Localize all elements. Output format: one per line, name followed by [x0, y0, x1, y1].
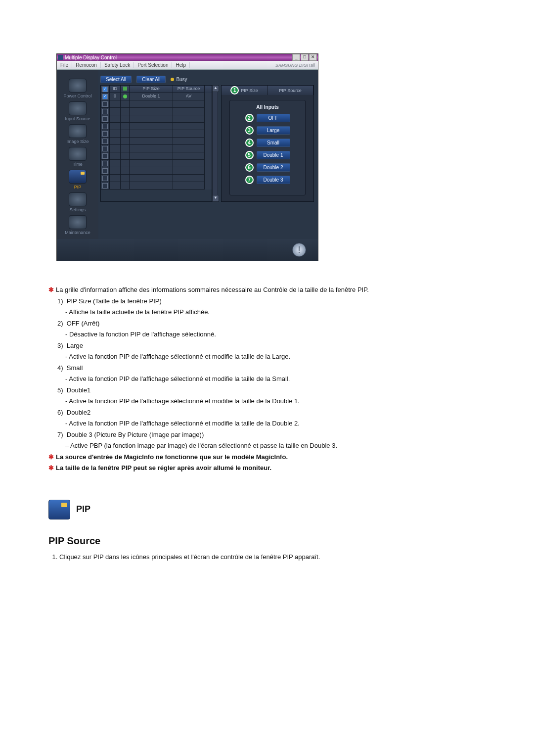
maximize-button[interactable]: □ — [301, 54, 309, 61]
menubar: File Remocon Safety Lock Port Selection … — [57, 61, 318, 70]
col-check[interactable] — [101, 86, 110, 93]
option-button-large[interactable]: Large — [257, 126, 290, 135]
table-row[interactable]: 0Double 1AV — [101, 93, 212, 100]
pip-heading-icon — [48, 500, 70, 520]
doc-note-2: ✱La taille de la fenêtre PIP peut se rég… — [48, 463, 486, 473]
option-row: 6Double 2 — [234, 163, 301, 172]
table-row[interactable] — [101, 108, 212, 115]
pip-options-panel: 1 PIP Size PIP Source All Inputs 2OFF3La… — [221, 85, 314, 202]
def-item: 4) Small — [57, 363, 486, 373]
option-row: 5Double 1 — [234, 151, 301, 159]
scroll-down-button[interactable]: ▼ — [212, 195, 219, 202]
minimize-button[interactable]: _ — [292, 54, 300, 61]
doc-note-1: ✱La source d'entrée de MagicInfo ne fonc… — [48, 452, 486, 462]
table-row[interactable] — [101, 167, 212, 175]
power-icon — [69, 79, 87, 93]
menu-help[interactable]: Help — [172, 62, 190, 68]
table-row[interactable] — [101, 115, 212, 123]
def-desc: - Affiche la taille actuelle de la fenêt… — [57, 307, 486, 317]
sidebar: Power Control Input Source Image Size Ti… — [57, 70, 98, 239]
pip-icon — [69, 170, 87, 184]
col-pip-size[interactable]: PIP Size — [130, 86, 173, 93]
def-desc: - Active la fonction PIP de l'affichage … — [57, 396, 486, 406]
scroll-track[interactable] — [212, 92, 218, 195]
info-icon[interactable]: ! — [292, 243, 306, 257]
sidebar-item-image-size[interactable]: Image Size — [63, 124, 92, 144]
app-icon — [58, 55, 63, 60]
pip-heading-title: PIP — [76, 503, 90, 516]
def-item: 5) Double1 — [57, 385, 486, 395]
def-desc: – Active PBP (la fonction image par imag… — [57, 441, 486, 451]
image-size-icon — [69, 124, 87, 138]
sidebar-item-input-source[interactable]: Input Source — [63, 101, 92, 121]
menu-safety-lock[interactable]: Safety Lock — [101, 62, 134, 68]
def-desc: - Active la fonction PIP de l'affichage … — [57, 374, 486, 384]
table-row[interactable] — [101, 175, 212, 182]
display-grid: ID PIP Size PIP Source 0Double 1AV — [100, 85, 212, 202]
col-pip-source[interactable]: PIP Source — [173, 86, 205, 93]
option-row: 2OFF — [234, 114, 301, 122]
def-item: 2) OFF (Arrêt) — [57, 319, 486, 329]
clear-all-button[interactable]: Clear All — [136, 76, 166, 83]
table-row[interactable] — [101, 123, 212, 130]
menu-remocon[interactable]: Remocon — [72, 62, 101, 68]
titlebar: Multiple Display Control _ □ ✕ — [57, 54, 318, 61]
badge-1: 1 — [230, 86, 239, 94]
app-window: Multiple Display Control _ □ ✕ File Remo… — [56, 53, 318, 261]
pip-heading-block: PIP — [48, 500, 486, 520]
section-step-1: Cliquez sur PIP dans les icônes principa… — [59, 552, 486, 562]
footer-bar: ! — [57, 239, 318, 261]
sidebar-item-power-control[interactable]: Power Control — [63, 79, 92, 98]
badge-4: 4 — [245, 139, 254, 147]
menu-port-selection[interactable]: Port Selection — [134, 62, 172, 68]
table-row[interactable] — [101, 138, 212, 145]
busy-dot-icon — [171, 78, 174, 81]
maintenance-icon — [69, 215, 87, 229]
brand-label: SAMSUNG DIGITall — [272, 63, 318, 68]
window-title: Multiple Display Control — [65, 55, 292, 60]
grid-scrollbar[interactable]: ▲ ▼ — [212, 85, 218, 202]
scroll-up-button[interactable]: ▲ — [212, 85, 219, 92]
sidebar-item-time[interactable]: Time — [63, 147, 92, 167]
badge-3: 3 — [245, 126, 254, 135]
close-button[interactable]: ✕ — [309, 54, 317, 61]
def-item: 1) PIP Size (Taille de la fenêtre PIP) — [57, 296, 486, 306]
badge-2: 2 — [245, 114, 254, 122]
def-item: 7) Double 3 (Picture By Picture (Image p… — [57, 430, 486, 440]
badge-5: 5 — [245, 151, 254, 159]
def-desc: - Désactive la fonction PIP de l'afficha… — [57, 330, 486, 339]
rp-head-pip-size: 1 PIP Size — [222, 86, 267, 95]
option-button-double-1[interactable]: Double 1 — [257, 151, 290, 159]
table-row[interactable] — [101, 152, 212, 160]
menu-file[interactable]: File — [57, 62, 72, 68]
col-id[interactable]: ID — [110, 86, 121, 93]
select-all-button[interactable]: Select All — [100, 76, 132, 83]
def-desc: - Active la fonction PIP de l'affichage … — [57, 419, 486, 428]
option-row: 7Double 3 — [234, 176, 301, 184]
option-button-double-2[interactable]: Double 2 — [257, 163, 290, 172]
option-row: 4Small — [234, 139, 301, 147]
busy-indicator: Busy — [171, 77, 187, 82]
def-item: 3) Large — [57, 341, 486, 351]
badge-7: 7 — [245, 176, 254, 184]
all-inputs-label: All Inputs — [234, 104, 301, 110]
table-row[interactable] — [101, 100, 212, 108]
option-button-small[interactable]: Small — [257, 139, 290, 147]
rp-head-pip-source: PIP Source — [267, 86, 313, 95]
table-row[interactable] — [101, 145, 212, 152]
def-desc: - Active la fonction PIP de l'affichage … — [57, 352, 486, 362]
option-row: 3Large — [234, 126, 301, 135]
sidebar-item-pip[interactable]: PIP — [63, 170, 92, 189]
settings-icon — [69, 192, 87, 206]
def-item: 6) Double2 — [57, 408, 486, 418]
table-row[interactable] — [101, 182, 212, 189]
option-button-off[interactable]: OFF — [257, 114, 290, 122]
input-icon — [69, 101, 87, 115]
intro-note: ✱La grille d'information affiche des inf… — [48, 285, 486, 295]
sidebar-item-maintenance[interactable]: Maintenance — [63, 215, 92, 235]
sidebar-item-settings[interactable]: Settings — [63, 192, 92, 212]
table-row[interactable] — [101, 160, 212, 167]
option-button-double-3[interactable]: Double 3 — [257, 176, 290, 184]
table-row[interactable] — [101, 130, 212, 138]
col-status[interactable] — [121, 86, 130, 93]
